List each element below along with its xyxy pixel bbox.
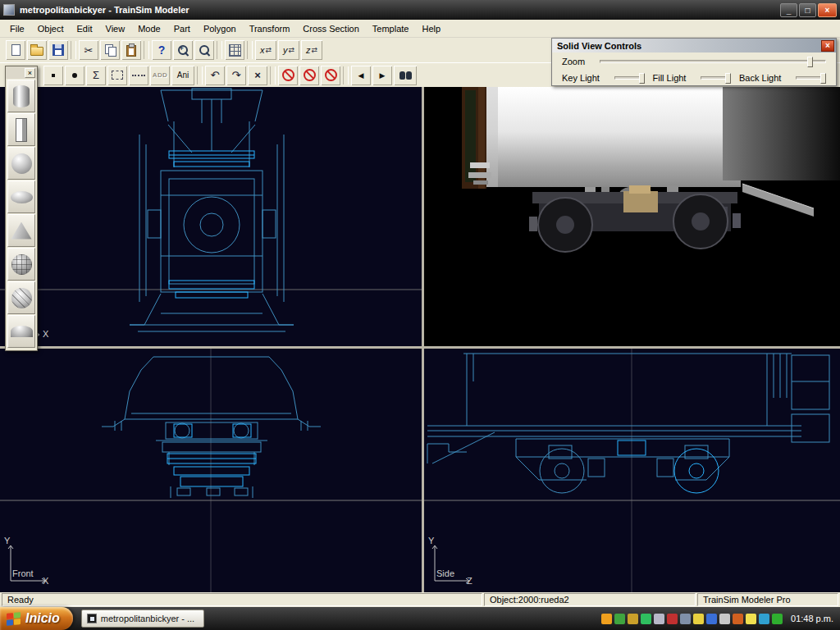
tray-icon[interactable] <box>614 614 625 624</box>
hide-2-button[interactable] <box>299 66 319 85</box>
shape-palette-close-button[interactable]: × <box>25 68 35 78</box>
toolbar-separator <box>197 66 203 84</box>
taskbar-task-trainsim[interactable]: metropolitanbickyer - ... <box>81 609 204 628</box>
paste-clipboard-icon <box>126 45 136 57</box>
tray-icon[interactable] <box>772 614 783 624</box>
menu-object[interactable]: Object <box>31 21 71 36</box>
axis-x-button[interactable]: x ⇄ <box>255 40 276 60</box>
key-light-slider[interactable] <box>614 76 645 80</box>
shape-palette-titlebar[interactable]: × <box>6 66 37 79</box>
viewport-side[interactable]: Y Side Z <box>424 349 840 592</box>
primitive-cone-button[interactable] <box>7 214 35 247</box>
primitive-geosphere2-button[interactable] <box>7 281 35 314</box>
tray-icon[interactable] <box>759 614 769 624</box>
fill-light-thumb[interactable] <box>725 73 731 84</box>
tray-icon[interactable] <box>746 614 756 624</box>
toolbar-separator <box>144 41 149 59</box>
back-light-slider[interactable] <box>796 76 826 80</box>
measure-button[interactable] <box>129 66 148 85</box>
maximize-button[interactable]: □ <box>799 3 816 17</box>
hide-3-button[interactable] <box>321 66 340 85</box>
viewport-3d-render[interactable] <box>424 87 840 346</box>
menu-edit[interactable]: Edit <box>71 21 99 36</box>
delete-button[interactable]: × <box>248 66 267 85</box>
back-light-thumb[interactable] <box>820 73 826 84</box>
menu-file[interactable]: File <box>3 21 31 36</box>
save-floppy-icon <box>52 44 64 56</box>
next-button[interactable]: ▶ <box>372 66 392 85</box>
select-marquee-button[interactable] <box>107 66 127 85</box>
ani-label: Ani <box>177 71 189 80</box>
open-folder-icon <box>30 47 43 56</box>
menu-template[interactable]: Template <box>366 21 416 36</box>
tray-icon[interactable] <box>654 614 664 624</box>
primitive-box-button[interactable] <box>7 113 35 146</box>
menu-transform[interactable]: Transform <box>243 21 297 36</box>
viewport-top-left[interactable]: X <box>0 87 422 346</box>
toolbar-separator <box>71 41 76 59</box>
minimize-button[interactable]: _ <box>780 3 797 17</box>
previous-button[interactable]: ◀ <box>351 66 371 85</box>
tray-icon[interactable] <box>680 614 691 624</box>
primitive-cylinder-button[interactable] <box>7 80 35 112</box>
point-small-button[interactable] <box>43 66 63 85</box>
tray-icon[interactable] <box>601 614 612 624</box>
key-light-label: Key Light <box>562 73 600 83</box>
trainsim-modeler-window: metropolitanbickyer - TrainSim Modeler _… <box>0 0 840 630</box>
start-label: Inicio <box>25 611 60 626</box>
primitive-ellipsoid-button[interactable] <box>7 180 35 213</box>
primitive-geosphere-button[interactable] <box>7 248 35 281</box>
new-button[interactable] <box>6 40 25 60</box>
find-button[interactable] <box>394 66 417 85</box>
zoom-in-button[interactable]: + <box>173 40 193 60</box>
cut-button[interactable]: ✂ <box>79 40 98 60</box>
svc-close-button[interactable]: × <box>821 40 834 52</box>
viewport-front[interactable]: Y Front X <box>0 349 422 592</box>
svc-lights-row: Key Light Fill Light Back Light <box>552 70 836 85</box>
rotate-cw-button[interactable]: ↷ <box>226 66 246 85</box>
key-light-thumb[interactable] <box>639 73 645 84</box>
save-button[interactable] <box>48 40 68 60</box>
cut-scissors-icon: ✂ <box>84 45 94 56</box>
animation-button[interactable]: Ani <box>171 66 194 85</box>
primitive-sphere-button[interactable] <box>7 147 35 180</box>
zoom-out-button[interactable] <box>194 40 214 60</box>
tray-icon[interactable] <box>641 614 651 624</box>
help-button[interactable]: ? <box>152 40 171 60</box>
tray-icon[interactable] <box>706 614 717 624</box>
menu-view[interactable]: View <box>99 21 132 36</box>
windows-flag-icon <box>7 612 21 626</box>
tray-icon[interactable] <box>628 614 638 624</box>
add-button[interactable]: ADD <box>150 66 170 85</box>
tray-icon[interactable] <box>693 614 704 624</box>
tray-icon[interactable] <box>733 614 743 624</box>
axis-z-button[interactable]: z ⇄ <box>301 40 322 60</box>
menu-help[interactable]: Help <box>415 21 447 36</box>
zoom-slider-thumb[interactable] <box>807 57 813 67</box>
menu-mode[interactable]: Mode <box>131 21 167 36</box>
primitive-dome-button[interactable] <box>7 315 35 348</box>
dotted-line-icon <box>132 75 145 76</box>
toolbar-separator <box>270 66 276 84</box>
fill-light-slider[interactable] <box>701 76 731 80</box>
paste-button[interactable] <box>121 40 141 60</box>
cone-icon <box>11 222 32 240</box>
copy-button[interactable] <box>100 40 120 60</box>
zoom-label: Zoom <box>562 57 593 66</box>
sum-button[interactable]: Σ <box>86 66 106 85</box>
svc-titlebar[interactable]: Solid View Controls × <box>552 39 836 52</box>
open-button[interactable] <box>27 40 47 60</box>
close-button[interactable]: × <box>818 3 837 17</box>
menu-cross-section[interactable]: Cross Section <box>296 21 365 36</box>
grid-button[interactable] <box>225 40 244 60</box>
zoom-slider[interactable] <box>600 60 826 63</box>
axis-y-button[interactable]: y ⇄ <box>278 40 299 60</box>
menu-part[interactable]: Part <box>167 21 197 36</box>
rotate-ccw-button[interactable]: ↶ <box>205 66 225 85</box>
tray-icon[interactable] <box>667 614 678 624</box>
point-large-button[interactable] <box>65 66 84 85</box>
tray-icon[interactable] <box>719 614 730 624</box>
menu-polygon[interactable]: Polygon <box>197 21 243 36</box>
hide-1-button[interactable] <box>278 66 298 85</box>
start-button[interactable]: Inicio <box>0 607 73 630</box>
